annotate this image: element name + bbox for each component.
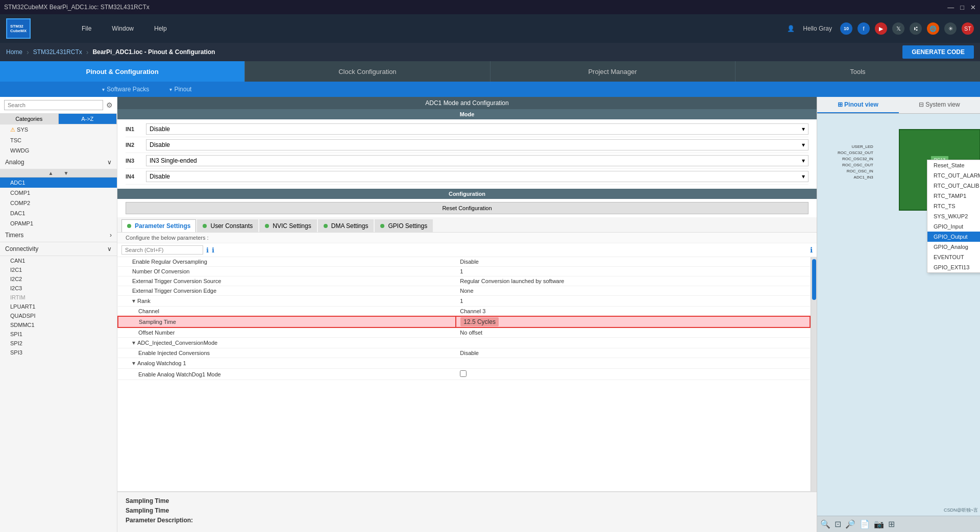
connectivity-category-header[interactable]: Connectivity ∨ [0,242,117,256]
tab-pinout[interactable]: Pinout & Configuration [0,61,245,82]
bottom-description: Sampling Time Sampling Time Parameter De… [117,491,817,532]
scroll-down-arrow[interactable]: ▼ [64,170,69,176]
maximize-btn[interactable]: □ [960,4,964,11]
mode-rows: IN1 Disable ▾ IN2 Disable ▾ IN3 IN3 Sing… [117,119,817,187]
param-tab-nvic[interactable]: NVIC Settings [259,219,316,232]
dropdown-item-rtc-tamp1[interactable]: RTC_TAMP1 [927,191,980,201]
tab-tools[interactable]: Tools [736,61,980,82]
watchdog-toggle[interactable]: ▾ [132,360,135,367]
param-tab-user-constants[interactable]: User Constants [197,219,258,232]
sidebar-item-i2c1[interactable]: I2C1 [0,265,117,274]
sidebar-item-opamp1[interactable]: OPAMP1 [0,218,117,229]
zoom-out-button[interactable]: 🔎 [845,519,855,529]
sampling-time-value[interactable]: 12.5 Cycles [460,317,499,326]
main-layout: ⚙ Categories A->Z SYS TSC WWDG Analog ∨ … [0,97,980,532]
sidebar-item-sdmmc1[interactable]: SDMMC1 [0,320,117,330]
info-button[interactable]: ℹ [810,246,813,254]
generate-code-button[interactable]: GENERATE CODE [902,45,974,59]
social-icon-st[interactable]: ST [962,22,974,35]
sidebar-item-i2c3[interactable]: I2C3 [0,284,117,293]
dropdown-item-rtc-alarm[interactable]: RTC_OUT_ALARM [927,170,980,181]
breadcrumb-project[interactable]: BearPi_ADC1.ioc - Pinout & Configuration [92,48,215,56]
search-input[interactable] [4,100,103,110]
dropdown-item-gpio-output[interactable]: GPIO_Output [927,232,980,242]
sidebar-item-irtim[interactable]: IRTIM [0,293,117,302]
mode-select-in2[interactable]: Disable ▾ [146,139,808,150]
green-dot-indicator-5 [380,224,384,228]
tab-categories[interactable]: Categories [0,114,59,124]
param-scrollbar-thumb[interactable] [812,259,816,300]
injected-toggle[interactable]: ▾ [132,339,135,346]
social-icon-link[interactable]: ✳ [944,22,957,35]
tab-pinout-view[interactable]: ⊞ Pinout view [817,97,899,113]
tab-system-view[interactable]: ⊟ System view [899,97,981,113]
mode-select-in4[interactable]: Disable ▾ [146,171,808,182]
subnav-pinout[interactable]: Pinout [169,86,191,93]
sidebar-item-comp1[interactable]: COMP1 [0,188,117,198]
tab-project[interactable]: Project Manager [491,61,736,82]
param-search-input[interactable] [121,245,203,255]
tab-az[interactable]: A->Z [59,114,117,124]
param-name-enable-injected: Enable Injected Conversions [118,348,456,358]
info-icon-1[interactable]: ℹ [206,246,209,254]
dropdown-item-gpio-input[interactable]: GPIO_Input [927,221,980,232]
tab-clock[interactable]: Clock Configuration [245,61,490,82]
info-icon-2[interactable]: ℹ [212,246,214,254]
file-menu[interactable]: File [82,25,91,32]
sidebar-item-dac1[interactable]: DAC1 [0,208,117,218]
window-menu[interactable]: Window [112,25,134,32]
rank-toggle[interactable]: ▾ [132,297,135,305]
mode-select-in1[interactable]: Disable ▾ [146,123,808,135]
reset-config-button[interactable]: Reset Configuration [126,202,808,214]
pin-dropdown: Reset_State RTC_OUT_ALARM RTC_OUT_CALIB … [927,160,980,273]
sidebar-item-lpuart1[interactable]: LPUART1 [0,302,117,311]
dropdown-item-gpio-analog[interactable]: GPIO_Analog [927,242,980,252]
close-btn[interactable]: ✕ [970,4,976,11]
grid-button[interactable]: ⊞ [888,519,895,529]
scroll-up-arrow[interactable]: ▲ [48,170,54,176]
social-icon-youtube[interactable]: ▶ [875,22,887,35]
dropdown-item-reset[interactable]: Reset_State [927,160,980,170]
param-tab-parameter-settings[interactable]: Parameter Settings [121,219,196,232]
social-icon-x[interactable]: 𝕏 [892,22,904,35]
sidebar-item-adc1[interactable]: ADC1 [0,178,117,188]
sidebar-item-wwdg[interactable]: WWDG [0,145,117,156]
dropdown-item-sys-wkup2[interactable]: SYS_WKUP2 [927,211,980,221]
dropdown-item-eventout[interactable]: EVENTOUT [927,252,980,262]
dropdown-item-rtc-calib[interactable]: RTC_OUT_CALIB [927,181,980,191]
gear-icon[interactable]: ⚙ [106,101,113,109]
sidebar-item-can1[interactable]: CAN1 [0,256,117,265]
sidebar-item-spi1[interactable]: SPI1 [0,330,117,339]
sidebar-item-i2c2[interactable]: I2C2 [0,274,117,284]
sidebar-item-spi2[interactable]: SPI2 [0,339,117,348]
dropdown-item-rtc-ts[interactable]: RTC_TS [927,201,980,211]
minimize-btn[interactable]: — [947,4,954,11]
timers-category-header[interactable]: Timers › [0,229,117,242]
chevron-down-icon-conn: ∨ [107,245,112,252]
sidebar-item-spi3[interactable]: SPI3 [0,348,117,357]
param-tab-dma[interactable]: DMA Settings [318,219,374,232]
param-tab-gpio[interactable]: GPIO Settings [375,219,433,232]
dropdown-item-gpio-exti13[interactable]: GPIO_EXTI13 [927,262,980,272]
sidebar-item-tsc[interactable]: TSC [0,135,117,145]
param-scrollbar[interactable] [811,257,817,491]
breadcrumb-home[interactable]: Home [6,48,22,56]
param-value-sampling-time[interactable]: 12.5 Cycles [456,316,810,327]
subnav-software-packs[interactable]: Software Packs [102,86,149,93]
sidebar-item-comp2[interactable]: COMP2 [0,198,117,208]
mode-select-in3[interactable]: IN3 Single-ended ▾ [146,155,808,166]
watchdog-checkbox[interactable] [460,370,467,377]
social-icon-github[interactable]: ⑆ [910,22,922,35]
breadcrumb-mcu[interactable]: STM32L431RCTx [33,48,82,56]
sidebar-item-quadspi[interactable]: QUADSPI [0,311,117,320]
camera-button[interactable]: 📷 [874,519,884,529]
zoom-in-button[interactable]: 🔍 [820,519,830,529]
sidebar-item-sys[interactable]: SYS [0,124,117,135]
page-button[interactable]: 📄 [860,519,870,529]
help-menu[interactable]: Help [154,25,167,32]
social-icon-facebook[interactable]: f [857,22,870,35]
social-icon-10[interactable]: 10 [840,22,852,35]
analog-category-header[interactable]: Analog ∨ [0,156,117,169]
social-icon-globe[interactable]: 🌐 [927,22,939,35]
fit-button[interactable]: ⊡ [835,519,841,529]
